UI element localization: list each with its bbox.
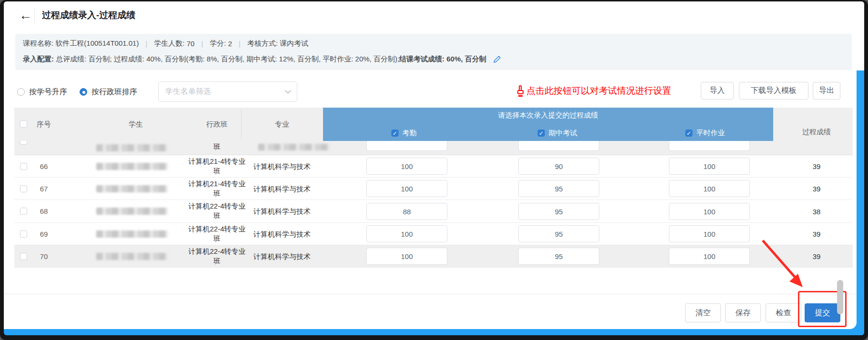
column-major: 专业	[244, 108, 320, 141]
midterm-input[interactable]	[518, 248, 599, 265]
class-cell: 计算机21-4转专业班	[182, 157, 252, 176]
total-cell: 39	[793, 162, 840, 170]
course-info-line2: 录入配置: 总评成绩: 百分制; 过程成绩: 40%, 百分制(考勤: 8%, …	[23, 55, 501, 64]
student-count-value: 70	[187, 40, 195, 48]
course-name-label: 课程名称:	[23, 39, 53, 48]
row-checkbox[interactable]	[20, 185, 27, 192]
column-student: 学生	[100, 108, 172, 141]
student-name-redacted	[96, 230, 168, 238]
separator: |	[239, 40, 241, 48]
table-row-partial: 班	[14, 141, 853, 155]
radio-sort-by-class[interactable]	[80, 88, 87, 96]
homework-label: 平时作业	[696, 129, 725, 138]
student-filter-select[interactable]: 学生名单筛选	[158, 81, 297, 102]
column-seq: 序号	[33, 108, 54, 141]
class-cell: 班	[182, 142, 252, 151]
table-row: 67 计算机21-4转专业班 计算机科学与技术 39	[14, 178, 853, 200]
check-button[interactable]: 检查	[766, 303, 801, 322]
student-name-redacted	[96, 208, 168, 215]
footer-divider	[4, 294, 857, 294]
midterm-checkbox[interactable]: ✓	[538, 130, 545, 137]
pointing-hand-icon	[517, 85, 525, 97]
student-filter-placeholder: 学生名单筛选	[165, 87, 211, 97]
credit-label: 学分:	[210, 39, 226, 48]
table-row: 70 计算机22-4转专业班 计算机科学与技术 39	[14, 245, 853, 268]
vertical-scrollbar-thumb[interactable]	[837, 280, 843, 314]
homework-input[interactable]	[669, 225, 750, 242]
select-all-checkbox[interactable]	[20, 120, 27, 128]
attendance-input[interactable]	[366, 141, 447, 151]
edit-pencil-icon[interactable]	[493, 55, 501, 63]
table-row: 66 计算机21-4转专业班 计算机科学与技术 39	[14, 155, 853, 178]
student-name-redacted	[96, 163, 168, 170]
major-cell: 计算机科学与技术	[244, 207, 320, 216]
row-checkbox[interactable]	[20, 141, 27, 145]
major-cell: 计算机科学与技术	[244, 230, 320, 239]
homework-input[interactable]	[669, 158, 750, 175]
radio-sort-by-class-label[interactable]: 按行政班排序	[91, 87, 137, 97]
class-cell: 计算机22-4转专业班	[182, 224, 252, 243]
row-checkbox[interactable]	[20, 253, 27, 260]
window-top-right	[857, 1, 864, 70]
red-annotation: 点击此按钮可以对考试情况进行设置	[517, 82, 671, 100]
radio-sort-by-id-label[interactable]: 按学号升序	[29, 87, 67, 97]
entry-config-label: 录入配置:	[23, 55, 54, 64]
student-name-redacted	[96, 185, 168, 192]
seq-cell: 68	[33, 207, 54, 215]
midterm-column-header: ✓ 期中考试	[538, 129, 577, 138]
save-button[interactable]: 保存	[725, 303, 761, 322]
seq-cell: 66	[33, 162, 54, 170]
table-row: 68 计算机22-4转专业班 计算机科学与技术 38	[14, 200, 853, 223]
row-checkbox[interactable]	[20, 163, 27, 170]
attendance-input[interactable]	[366, 248, 447, 265]
clear-button[interactable]: 清空	[685, 303, 721, 322]
midterm-input[interactable]	[518, 158, 599, 175]
page-title: 过程成绩录入-过程成绩	[42, 9, 135, 21]
column-divider	[241, 110, 242, 139]
table-row: 69 计算机22-4转专业班 计算机科学与技术 39	[14, 223, 853, 245]
homework-column-header: ✓ 平时作业	[686, 129, 725, 138]
attendance-input[interactable]	[366, 158, 447, 175]
radio-sort-by-id[interactable]	[17, 88, 25, 96]
score-banner: 请选择本次录入提交的过程成绩	[323, 108, 773, 123]
separator: |	[201, 40, 203, 48]
homework-input[interactable]	[669, 180, 750, 197]
midterm-input[interactable]	[518, 180, 599, 197]
total-cell: 38	[793, 208, 840, 216]
midterm-input[interactable]	[518, 203, 599, 220]
row-checkbox[interactable]	[20, 230, 27, 238]
entry-config-body: 总评成绩: 百分制; 过程成绩: 40%, 百分制(考勤: 8%, 百分制, 期…	[56, 55, 399, 64]
homework-checkbox[interactable]: ✓	[686, 130, 693, 137]
class-cell: 计算机22-4转专业班	[182, 201, 252, 220]
column-total: 过程成绩	[788, 123, 845, 141]
attendance-input[interactable]	[366, 225, 447, 242]
course-info-line1: 课程名称: 软件工程(100514T001.01) | 学生人数: 70 | 学…	[23, 39, 308, 48]
student-name-redacted	[96, 144, 168, 151]
midterm-input[interactable]	[518, 225, 599, 242]
seq-cell: 70	[33, 252, 54, 260]
major-cell: 计算机科学与技术	[244, 185, 320, 194]
course-name-value: 软件工程(100514T001.01)	[55, 39, 139, 48]
download-template-button[interactable]: 下载导入模板	[739, 82, 808, 100]
row-checkbox[interactable]	[20, 208, 27, 215]
attendance-checkbox[interactable]: ✓	[392, 130, 399, 137]
final-exam-config: 结课考试成绩: 60%, 百分制	[399, 55, 486, 64]
table-header: 序号 学生 行政班 专业 请选择本次录入提交的过程成绩 ✓ 考勤 ✓ 期中考试 …	[14, 108, 853, 141]
class-cell: 计算机21-4转专业班	[182, 179, 252, 198]
attendance-input[interactable]	[366, 203, 447, 220]
attendance-input[interactable]	[366, 180, 447, 197]
export-button[interactable]: 导出	[813, 82, 840, 100]
app-window: ← 过程成绩录入-过程成绩 课程名称: 软件工程(100514T001.01) …	[4, 1, 864, 335]
homework-input[interactable]	[669, 141, 750, 151]
seq-cell: 69	[33, 230, 54, 238]
red-arrow-annotation	[749, 236, 816, 294]
screenshot-frame: ← 过程成绩录入-过程成绩 课程名称: 软件工程(100514T001.01) …	[0, 0, 868, 340]
import-button[interactable]: 导入	[701, 82, 734, 100]
homework-input[interactable]	[669, 248, 750, 265]
midterm-label: 期中考试	[549, 129, 577, 138]
chevron-down-icon	[285, 88, 291, 94]
homework-input[interactable]	[669, 203, 750, 220]
midterm-input[interactable]	[518, 141, 599, 151]
back-arrow-icon[interactable]: ←	[19, 8, 32, 22]
student-count-label: 学生人数:	[154, 39, 184, 48]
